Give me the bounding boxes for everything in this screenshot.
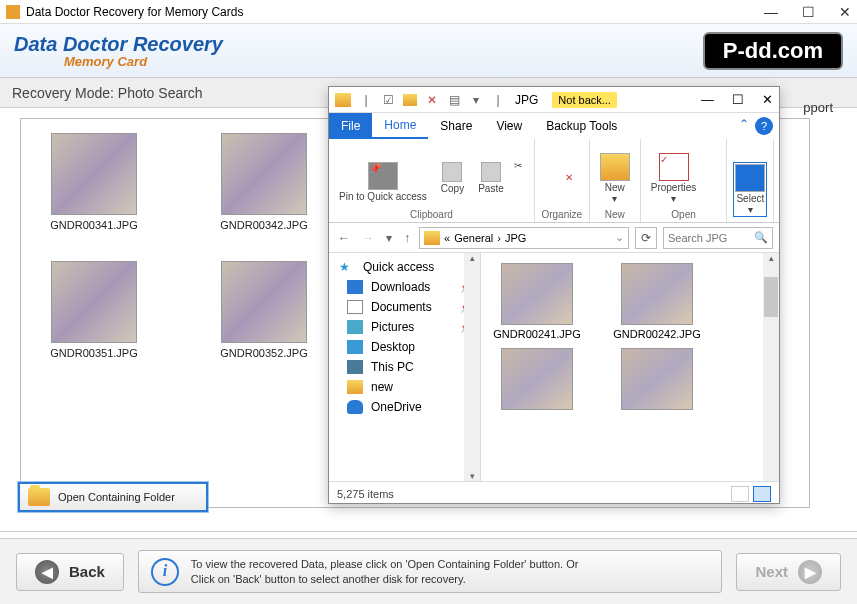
item-count: 5,275 items: [337, 488, 394, 500]
recovered-thumb[interactable]: GNDR00341.JPG: [39, 133, 149, 231]
pin-to-quick-access-button[interactable]: 📌Pin to Quick access: [335, 160, 431, 205]
sidebar-item-desktop[interactable]: Desktop: [329, 337, 480, 357]
app-logo: Data Doctor Recovery Memory Card: [14, 33, 223, 69]
rename-icon[interactable]: [565, 190, 583, 206]
breadcrumb[interactable]: « General › JPG ⌄: [419, 227, 629, 249]
folder-icon: [424, 231, 440, 245]
desktop-icon: [347, 340, 363, 354]
tab-backup-tools[interactable]: Backup Tools: [534, 113, 629, 139]
folder-icon: [28, 488, 50, 506]
delete-icon[interactable]: ✕: [565, 172, 583, 188]
cut-icon[interactable]: ✂: [514, 160, 528, 174]
breadcrumb-segment[interactable]: General: [454, 232, 493, 244]
sidebar-item-pictures[interactable]: Pictures📌: [329, 317, 480, 337]
file-item[interactable]: [609, 348, 705, 410]
recovered-thumb[interactable]: GNDR00352.JPG: [209, 261, 319, 359]
photo-thumbnail: [51, 133, 137, 215]
open-icon[interactable]: [706, 151, 720, 163]
sidebar-item-documents[interactable]: Documents📌: [329, 297, 480, 317]
brand-badge: P-dd.com: [703, 32, 843, 70]
sidebar-item-downloads[interactable]: Downloads📌: [329, 277, 480, 297]
support-button-partial[interactable]: pport: [803, 100, 833, 115]
app-icon: [6, 5, 20, 19]
copy-button[interactable]: Copy: [437, 160, 468, 197]
file-item[interactable]: [489, 348, 585, 410]
explorer-close-button[interactable]: ✕: [762, 92, 773, 107]
sidebar-item-new[interactable]: new: [329, 377, 480, 397]
nav-back-button[interactable]: ←: [335, 231, 353, 245]
search-input[interactable]: Search JPG 🔍: [663, 227, 773, 249]
pictures-icon: [347, 320, 363, 334]
explorer-minimize-button[interactable]: —: [701, 92, 714, 107]
tab-file[interactable]: File: [329, 113, 372, 139]
main-titlebar: Data Doctor Recovery for Memory Cards — …: [0, 0, 857, 24]
photo-thumbnail: [621, 348, 693, 410]
close-button[interactable]: ✕: [839, 4, 851, 20]
edit-icon[interactable]: [706, 165, 720, 177]
sidebar-scrollbar[interactable]: ▴▾: [464, 253, 480, 481]
paste-shortcut-icon[interactable]: [514, 192, 528, 206]
help-icon[interactable]: ?: [755, 117, 773, 135]
properties-button[interactable]: ✓Properties▾: [647, 151, 701, 206]
minimize-button[interactable]: —: [764, 4, 778, 20]
new-folder-icon: [600, 153, 630, 181]
qat-checkbox-icon[interactable]: ☑: [381, 93, 395, 107]
tab-view[interactable]: View: [484, 113, 534, 139]
select-button[interactable]: Select▾: [733, 162, 767, 217]
nav-up-button[interactable]: ↑: [401, 231, 413, 245]
sidebar-item-this-pc[interactable]: This PC: [329, 357, 480, 377]
qat-properties-icon[interactable]: ▤: [447, 93, 461, 107]
details-view-button[interactable]: [731, 486, 749, 502]
explorer-maximize-button[interactable]: ☐: [732, 92, 744, 107]
select-icon: [735, 164, 765, 192]
explorer-titlebar[interactable]: | ☑ ✕ ▤ ▾ | JPG Not back... — ☐ ✕: [329, 87, 779, 113]
this-pc-icon: [347, 360, 363, 374]
maximize-button[interactable]: ☐: [802, 4, 815, 20]
qat-dropdown-icon[interactable]: ▾: [469, 93, 483, 107]
next-arrow-icon: ▶: [798, 560, 822, 584]
file-item[interactable]: GNDR00242.JPG: [609, 263, 705, 340]
file-item[interactable]: GNDR00241.JPG: [489, 263, 585, 340]
nav-forward-button[interactable]: →: [359, 231, 377, 245]
explorer-ribbon-tabs: File Home Share View Backup Tools ⌃ ?: [329, 113, 779, 139]
star-icon: ★: [339, 260, 355, 274]
new-folder-button[interactable]: New▾: [596, 151, 634, 206]
ribbon-collapse-icon[interactable]: ⌃: [739, 117, 749, 139]
app-title: Data Doctor Recovery for Memory Cards: [26, 5, 243, 19]
photo-thumbnail: [501, 263, 573, 325]
open-containing-folder-button[interactable]: Open Containing Folder: [18, 482, 208, 512]
move-to-icon[interactable]: [541, 172, 559, 188]
photo-thumbnail: [51, 261, 137, 343]
nav-recent-dropdown[interactable]: ▾: [383, 231, 395, 245]
copy-icon: [442, 162, 462, 182]
next-button: Next ▶: [736, 553, 841, 591]
back-arrow-icon: ◀: [35, 560, 59, 584]
recovered-thumb[interactable]: GNDR00351.JPG: [39, 261, 149, 359]
history-icon[interactable]: [706, 179, 720, 191]
recovered-thumb[interactable]: GNDR00342.JPG: [209, 133, 319, 231]
tab-home[interactable]: Home: [372, 113, 428, 139]
properties-icon: ✓: [659, 153, 689, 181]
sidebar-item-onedrive[interactable]: OneDrive: [329, 397, 480, 417]
thumbnails-view-button[interactable]: [753, 486, 771, 502]
copy-to-icon[interactable]: [541, 190, 559, 206]
explorer-file-pane[interactable]: GNDR00241.JPG GNDR00242.JPG ▴: [481, 253, 779, 481]
file-pane-scrollbar[interactable]: ▴: [763, 253, 779, 481]
qat-delete-icon[interactable]: ✕: [425, 93, 439, 107]
paste-button[interactable]: Paste: [474, 160, 508, 197]
not-backed-up-badge[interactable]: Not back...: [552, 92, 617, 108]
documents-icon: [347, 300, 363, 314]
sidebar-quick-access[interactable]: ★Quick access: [329, 257, 480, 277]
info-text: To view the recovered Data, please click…: [191, 557, 579, 586]
refresh-button[interactable]: ⟳: [635, 227, 657, 249]
tab-share[interactable]: Share: [428, 113, 484, 139]
breadcrumb-segment[interactable]: JPG: [505, 232, 526, 244]
folder-icon[interactable]: [403, 94, 417, 106]
explorer-address-bar: ← → ▾ ↑ « General › JPG ⌄ ⟳ Search JPG 🔍: [329, 223, 779, 253]
copy-path-icon[interactable]: [514, 176, 528, 190]
pin-icon: 📌: [368, 162, 398, 190]
file-explorer-window: | ☑ ✕ ▤ ▾ | JPG Not back... — ☐ ✕ File H…: [328, 86, 780, 504]
back-button[interactable]: ◀ Back: [16, 553, 124, 591]
photo-thumbnail: [501, 348, 573, 410]
breadcrumb-dropdown-icon[interactable]: ⌄: [615, 231, 624, 244]
